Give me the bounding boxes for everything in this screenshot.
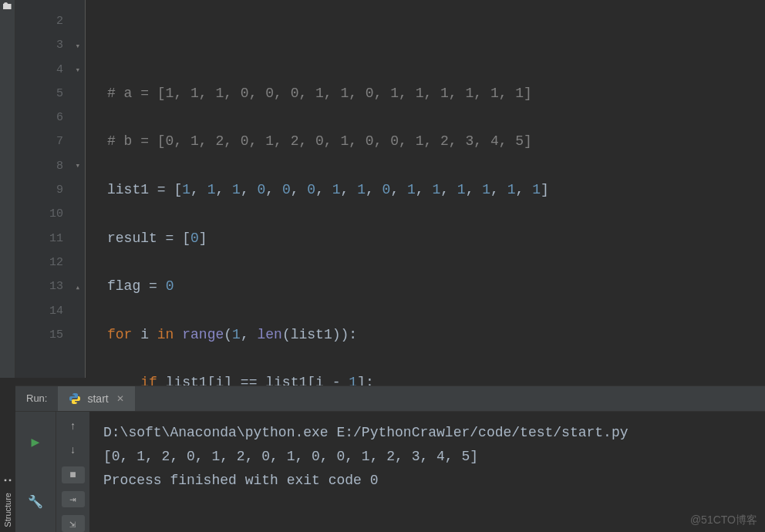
- code-line: # b = [0, 1, 2, 0, 1, 2, 0, 1, 0, 0, 1, …: [107, 130, 765, 153]
- run-body: ▶ 🔧 ↑ ↓ ■ ⇥ ⇲ D:\soft\Anaconda\python.ex…: [15, 412, 765, 532]
- left-tool-strip: ▪▪ Structure: [0, 378, 15, 532]
- line-number: 12: [15, 251, 63, 274]
- wrap-button[interactable]: ⇥: [62, 491, 85, 508]
- up-button[interactable]: ↑: [62, 418, 85, 435]
- console-line: [0, 1, 2, 0, 1, 2, 0, 1, 0, 0, 1, 2, 3, …: [103, 445, 751, 469]
- code-line: list1 = [1, 1, 1, 0, 0, 0, 1, 1, 0, 1, 1…: [107, 178, 765, 202]
- editor-pane: 2 3 ▾ 4 ▾ 5 6 7 8 ▾ 9 10 11 12 13 ▴ 14 1…: [15, 0, 765, 378]
- run-panel: Run: start ✕ ▶ 🔧 ↑ ↓ ■ ⇥ ⇲ D:\soft\Anaco…: [15, 386, 765, 532]
- wrench-icon: 🔧: [28, 494, 43, 510]
- watermark: @51CTO博客: [690, 513, 757, 527]
- line-number: 14: [15, 299, 63, 323]
- fold-icon[interactable]: ▴: [75, 276, 80, 300]
- fold-icon[interactable]: ▾: [75, 59, 80, 82]
- structure-icon: ▪▪: [3, 476, 12, 485]
- line-number: 13: [15, 274, 63, 298]
- line-number: 3: [15, 33, 63, 57]
- run-tab[interactable]: start ✕: [58, 386, 134, 411]
- code-line: result = [0]: [107, 227, 765, 251]
- run-sub-actions: ↑ ↓ ■ ⇥ ⇲: [56, 412, 89, 532]
- console-output[interactable]: D:\soft\Anaconda\python.exe E:/PythonCra…: [89, 412, 765, 532]
- line-number: 4: [15, 58, 63, 82]
- rerun-button[interactable]: ▶: [15, 412, 56, 472]
- line-number: 7: [15, 130, 63, 153]
- console-line: D:\soft\Anaconda\python.exe E:/PythonCra…: [103, 421, 751, 445]
- line-number: 15: [15, 323, 63, 347]
- code-line: # a = [1, 1, 1, 0, 0, 0, 1, 1, 0, 1, 1, …: [107, 82, 765, 106]
- folder-icon[interactable]: 🖿: [0, 0, 15, 12]
- fold-icon[interactable]: ▾: [75, 154, 80, 178]
- line-number: 6: [15, 106, 63, 130]
- code-line: [107, 33, 765, 57]
- stop-button[interactable]: ■: [62, 466, 85, 483]
- run-header: Run: start ✕: [15, 386, 765, 412]
- console-line: Process finished with exit code 0: [103, 469, 751, 493]
- code-line: for i in range(1, len(list1)):: [107, 323, 765, 347]
- run-label: Run:: [15, 386, 58, 411]
- line-number: 10: [15, 202, 63, 226]
- export-button[interactable]: ⇲: [62, 515, 85, 532]
- python-icon: [69, 392, 81, 405]
- down-button[interactable]: ↓: [62, 443, 85, 460]
- play-icon: ▶: [32, 433, 40, 450]
- gutter[interactable]: 2 3 ▾ 4 ▾ 5 6 7 8 ▾ 9 10 11 12 13 ▴ 14 1…: [15, 0, 85, 378]
- run-tab-name: start: [87, 392, 108, 405]
- close-icon[interactable]: ✕: [116, 393, 124, 404]
- line-number: 11: [15, 227, 63, 251]
- line-number: 9: [15, 178, 63, 202]
- code-area[interactable]: # a = [1, 1, 1, 0, 0, 0, 1, 1, 0, 1, 1, …: [85, 0, 765, 378]
- code-line: flag = 0: [107, 274, 765, 298]
- line-number: 2: [15, 9, 63, 33]
- project-tool-strip[interactable]: 🖿: [0, 0, 15, 378]
- structure-label[interactable]: Structure: [3, 493, 12, 527]
- line-number: 5: [15, 82, 63, 106]
- line-number: 8: [15, 154, 63, 178]
- config-button[interactable]: 🔧: [15, 472, 56, 532]
- fold-icon[interactable]: ▾: [75, 35, 80, 59]
- run-actions: ▶ 🔧: [15, 412, 56, 532]
